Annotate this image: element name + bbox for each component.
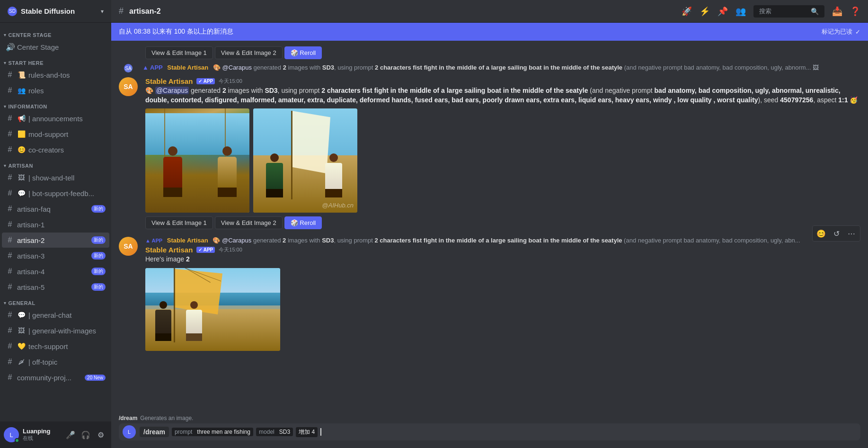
category-arrow-icon: ▾ <box>4 301 7 305</box>
sidebar: SD Stable Diffusion ▾ ▾ CENTER STAGE 🔊 C… <box>0 0 111 448</box>
head-2 <box>329 153 338 162</box>
server-logo: SD <box>8 7 17 16</box>
bot-avatar-1: SA <box>119 77 138 96</box>
image-grid-1: @AIHub.cn <box>145 108 860 213</box>
pin-icon[interactable]: 📌 <box>717 6 728 17</box>
bot-avatar-img-2: SA <box>119 237 138 256</box>
figure-1-img3 <box>152 301 174 344</box>
user-info: Luanping 在线 <box>23 428 60 442</box>
emoji-react-btn[interactable]: 😊 <box>815 227 828 240</box>
prompt-value: three men are fishing <box>197 429 250 435</box>
mast-2 <box>291 111 292 199</box>
channel-item-tech-support[interactable]: # 💛 tech-support <box>2 339 109 354</box>
boost-icon[interactable]: 🚀 <box>682 6 692 17</box>
input-user-avatar: L <box>123 425 136 439</box>
avatar-container-1: SA <box>119 77 138 96</box>
hash-icon: # <box>6 236 14 244</box>
author-compact-2: Stable Artisan <box>167 237 208 244</box>
category-center-stage[interactable]: ▾ CENTER STAGE <box>0 30 111 39</box>
channel-item-artisan-3[interactable]: # artisan-3 新的 <box>2 248 109 263</box>
channel-item-artisan-5[interactable]: # artisan-5 新的 <box>2 279 109 295</box>
channel-item-general-chat[interactable]: # 💬 | general-chat <box>2 307 109 323</box>
hash-icon: # <box>6 373 14 382</box>
prompt-tag: prompt three men are fishing <box>172 428 253 436</box>
view-edit-image1-btn-top[interactable]: View & Edit Image 1 <box>145 46 213 59</box>
generated-image-2[interactable]: @AIHub.cn <box>253 108 357 213</box>
slash-icon[interactable]: ⚡ <box>700 6 710 17</box>
search-icon: 🔍 <box>811 8 819 15</box>
channel-item-roles[interactable]: # 👥 roles <box>2 83 109 98</box>
message-header-2: Stable Artisan ✓ APP 今天15:00 <box>145 246 860 254</box>
new-badge: 新的 <box>91 268 106 275</box>
channel-item-artisan-faq[interactable]: # artisan-faq 新的 <box>2 201 109 216</box>
author-name: Stable Artisan <box>167 64 208 71</box>
channel-item-artisan-2[interactable]: # artisan-2 新的 <box>2 233 109 248</box>
text-cursor <box>320 428 321 436</box>
view-edit-image2-btn[interactable]: View & Edit Image 2 <box>215 216 283 229</box>
view-edit-image1-btn[interactable]: View & Edit Image 1 <box>145 216 213 229</box>
mod-emoji-icon: 🟨 <box>17 130 26 138</box>
category-information[interactable]: ▾ INFORMATION <box>0 102 111 110</box>
hash-icon: # <box>6 283 14 291</box>
message-input-container[interactable]: L /dream prompt three men are fishing mo… <box>119 423 860 440</box>
pirate-head-2 <box>222 146 232 156</box>
deafen-button[interactable]: 🎧 <box>79 428 92 441</box>
user-panel: L Luanping 在线 🎤 🎧 ⚙ <box>0 421 111 448</box>
input-area: /dream Generates an image. L /dream prom… <box>111 411 868 448</box>
hash-icon: # <box>6 173 14 182</box>
legs <box>266 189 283 197</box>
channel-item-artisan-4[interactable]: # artisan-4 新的 <box>2 264 109 279</box>
channel-item-co-creators[interactable]: # 😊 co-creators <box>2 142 109 157</box>
category-artisan[interactable]: ▾ ARTISAN <box>0 161 111 170</box>
more-options-btn[interactable]: ⋯ <box>845 227 858 240</box>
category-general[interactable]: ▾ GENERAL <box>0 298 111 307</box>
view-edit-image2-btn-top[interactable]: View & Edit Image 2 <box>215 46 283 59</box>
body-1 <box>155 310 171 333</box>
generated-image-1[interactable] <box>145 108 249 213</box>
mute-button[interactable]: 🎤 <box>64 428 77 441</box>
prompt-label: prompt <box>175 429 192 435</box>
channel-item-off-topic[interactable]: # 🌶 | off-topic <box>2 354 109 369</box>
channels-list: ▾ CENTER STAGE 🔊 Center Stage ▾ START HE… <box>0 23 111 421</box>
msg-timestamp-2: 今天15:00 <box>219 246 242 253</box>
server-name: Stable Diffusion <box>21 7 97 15</box>
user-avatar: L <box>4 427 19 442</box>
hash-icon: # <box>6 251 14 260</box>
members-icon[interactable]: 👥 <box>735 6 746 17</box>
channel-item-show-and-tell[interactable]: # 🖼 | show-and-tell <box>2 170 109 185</box>
message-content-1: Stable Artisan ✓ APP 今天15:00 🎨 @Carapus … <box>145 77 860 229</box>
category-arrow-icon: ▾ <box>4 163 7 168</box>
channel-item-community[interactable]: # community-proj... 20 New <box>2 370 109 385</box>
msg-timestamp-1: 今天15:00 <box>219 78 242 85</box>
server-header[interactable]: SD Stable Diffusion ▾ <box>0 0 111 23</box>
pirate-legs <box>163 188 182 197</box>
hint-description: Generates an image. <box>140 415 193 421</box>
help-icon[interactable]: ❓ <box>850 6 860 17</box>
watermark: @AIHub.cn <box>322 202 354 209</box>
rotate-btn[interactable]: ↺ <box>830 227 843 240</box>
channel-item-bot-support[interactable]: # 💬 | bot-support-feedb... <box>2 186 109 201</box>
category-start-here[interactable]: ▾ START HERE <box>0 58 111 67</box>
single-image-container <box>145 268 860 351</box>
tech-emoji-icon: 💛 <box>17 342 26 350</box>
search-bar[interactable]: 搜索 🔍 <box>753 5 824 18</box>
channel-item-mod-support[interactable]: # 🟨 mod-support <box>2 126 109 142</box>
settings-button[interactable]: ⚙ <box>94 428 107 441</box>
channel-item-announcements[interactable]: # 📢 | announcements <box>2 111 109 126</box>
reroll-btn-top[interactable]: 🎲 Reroll <box>284 46 322 59</box>
body <box>266 163 283 189</box>
pirate-fight-2 <box>322 153 345 201</box>
channel-item-artisan-1[interactable]: # artisan-1 <box>2 217 109 232</box>
announce-emoji-icon: 📢 <box>17 115 26 122</box>
messages-area[interactable]: 自从 08:38 以来有 100 条以上的新消息 标记为已读 ✓ View & … <box>111 23 868 411</box>
msg-body-1: 🎨 @Carapus generated 2 images with SD3, … <box>145 86 860 105</box>
mark-read-button[interactable]: 标记为已读 ✓ <box>822 27 860 36</box>
generated-image-3[interactable] <box>145 268 280 351</box>
channel-item-general-images[interactable]: # 🖼 | general-with-images <box>2 323 109 338</box>
mast-3 <box>174 268 175 343</box>
channel-item-center-stage[interactable]: 🔊 Center Stage <box>2 39 109 54</box>
inbox-icon[interactable]: 📥 <box>832 6 842 17</box>
reroll-btn[interactable]: 🎲 Reroll <box>284 216 322 229</box>
app-badge-1: ✓ APP <box>196 78 215 84</box>
channel-item-rules[interactable]: # 📜 rules-and-tos <box>2 67 109 82</box>
